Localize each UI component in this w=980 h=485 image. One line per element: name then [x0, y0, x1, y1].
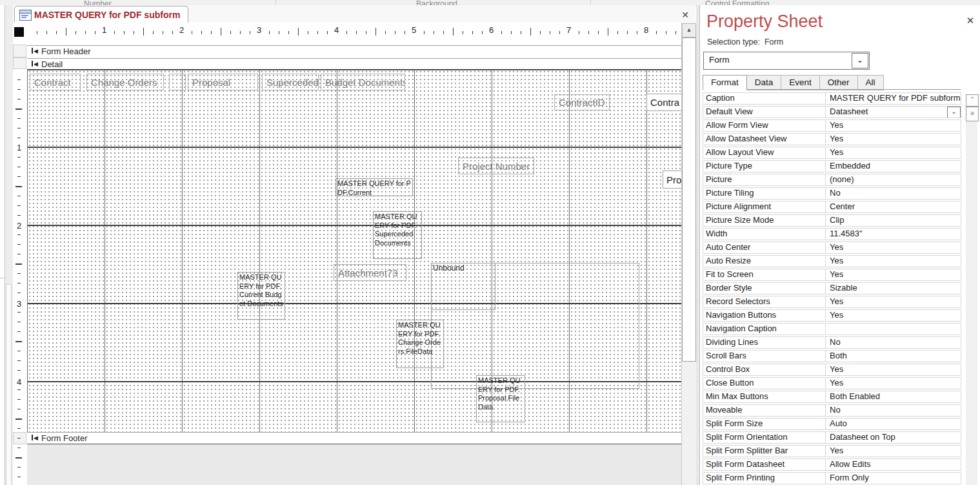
property-row-fit-to-screen[interactable]: Fit to ScreenYes	[703, 269, 961, 281]
property-value[interactable]: Yes	[826, 446, 961, 457]
property-value[interactable]: (none)	[826, 174, 961, 185]
textbox-master-query-current[interactable]: MASTER QUERY for PDF.Current	[335, 178, 413, 196]
textbox-master-query-change-orders-filedata[interactable]: MASTER QUERY for PDF.Change Orders.FileD…	[396, 320, 444, 368]
property-row-moveable[interactable]: MoveableNo	[703, 404, 961, 417]
form-selector-button[interactable]	[14, 27, 24, 37]
property-value[interactable]: 11.4583"	[826, 229, 961, 240]
tab-format[interactable]: Format	[703, 75, 747, 90]
property-value[interactable]: MASTER QUERY for PDF subform	[826, 93, 961, 104]
property-row-min-max-buttons[interactable]: Min Max ButtonsBoth Enabled	[703, 391, 961, 403]
property-value[interactable]: No	[826, 337, 961, 348]
ruler-tick	[15, 418, 22, 420]
property-value[interactable]: Yes	[826, 364, 961, 375]
scroll-up-button[interactable]: ⌃	[966, 94, 979, 107]
property-value[interactable]: Yes	[826, 378, 961, 389]
chevron-down-icon[interactable]: ⌄	[852, 53, 868, 68]
scroll-up-button[interactable]: ▲	[682, 23, 696, 37]
property-value[interactable]: Yes	[826, 120, 961, 131]
tab-data[interactable]: Data	[747, 75, 782, 90]
textbox-master-query-superceded-documents[interactable]: MASTER QUERY for PDF.Superceded Document…	[373, 211, 422, 259]
property-row-picture-size-mode[interactable]: Picture Size ModeClip	[703, 214, 961, 227]
ruler-tick	[501, 31, 502, 34]
property-value[interactable]: No	[826, 188, 961, 199]
scrollbar-thumb[interactable]: ≡	[966, 107, 979, 121]
property-value[interactable]: Yes	[826, 134, 961, 145]
property-row-allow-layout-view[interactable]: Allow Layout ViewYes	[703, 147, 961, 159]
property-row-border-style[interactable]: Border StyleSizable	[703, 282, 961, 294]
property-value[interactable]: Clip	[826, 215, 961, 226]
property-sheet-close-button[interactable]: ✕	[964, 14, 977, 27]
property-row-split-form-splitter-bar[interactable]: Split Form Splitter BarYes	[703, 445, 961, 457]
property-row-caption[interactable]: CaptionMASTER QUERY for PDF subform	[703, 92, 961, 105]
property-value[interactable]: Datasheet⌄	[826, 107, 961, 118]
property-row-split-form-printing[interactable]: Split Form PrintingForm Only	[703, 472, 961, 484]
property-value[interactable]: Form Only	[826, 473, 961, 484]
property-row-default-view[interactable]: Default ViewDatasheet⌄	[703, 106, 961, 118]
property-row-picture-type[interactable]: Picture TypeEmbedded	[703, 160, 961, 172]
ruler-tick	[472, 31, 473, 34]
property-row-control-box[interactable]: Control BoxYes	[703, 364, 961, 376]
property-row-picture-alignment[interactable]: Picture AlignmentCenter	[703, 201, 961, 213]
property-row-auto-resize[interactable]: Auto ResizeYes	[703, 255, 961, 267]
label-budget-documents[interactable]: Budget Documents	[321, 74, 405, 90]
label-empty-box[interactable]	[169, 74, 186, 90]
tab-event[interactable]: Event	[781, 75, 820, 90]
property-value[interactable]: Sizable	[826, 283, 961, 294]
property-value-text: Yes	[830, 296, 843, 306]
tab-all[interactable]: All	[858, 75, 884, 90]
property-row-auto-center[interactable]: Auto CenterYes	[703, 242, 961, 254]
textbox-unbound[interactable]: Unbound	[431, 263, 495, 310]
section-bar-form-header[interactable]: ◀ Form Header	[27, 45, 681, 58]
property-row-navigation-buttons[interactable]: Navigation ButtonsYes	[703, 309, 961, 322]
property-row-picture-tiling[interactable]: Picture TilingNo	[703, 187, 961, 200]
section-bar-detail[interactable]: ◀ Detail	[27, 58, 681, 70]
label-change-orders[interactable]: Change Orders	[86, 74, 164, 90]
textbox-contract-id-clipped[interactable]: Contra	[646, 94, 686, 111]
property-value[interactable]: Yes	[826, 256, 961, 267]
label-proposal[interactable]: Proposal	[188, 74, 258, 90]
property-row-width[interactable]: Width11.4583"	[703, 228, 961, 240]
property-value[interactable]: Yes	[826, 296, 961, 307]
property-value[interactable]: Yes	[826, 242, 961, 253]
textbox-master-query-proposal-filedata[interactable]: MASTER QUERY for PDF.Proposal.FileData	[476, 375, 525, 422]
property-row-split-form-size[interactable]: Split Form SizeAuto	[703, 418, 961, 430]
scrollbar-thumb[interactable]	[682, 37, 696, 362]
property-value[interactable]: No	[826, 405, 961, 416]
property-value[interactable]: Yes	[826, 269, 961, 280]
property-value[interactable]: Center	[826, 201, 961, 212]
property-sheet-scrollbar[interactable]	[966, 94, 977, 485]
label-contract-id[interactable]: ContractID	[554, 94, 610, 110]
property-row-scroll-bars[interactable]: Scroll BarsBoth	[703, 350, 961, 362]
textbox-master-query-current-budget-documents[interactable]: MASTER QUERY for PDF.Current Budget Docu…	[237, 272, 285, 320]
property-value[interactable]: Datasheet on Top	[826, 432, 961, 443]
property-row-allow-datasheet-view[interactable]: Allow Datasheet ViewYes	[703, 133, 961, 145]
label-project-number[interactable]: Project Number	[458, 158, 534, 174]
property-value[interactable]: Embedded	[826, 161, 961, 172]
chevron-down-icon[interactable]: ⌄	[947, 107, 961, 118]
property-row-dividing-lines[interactable]: Dividing LinesNo	[703, 336, 961, 349]
tab-other[interactable]: Other	[820, 75, 858, 90]
selection-combo[interactable]: Form ⌄	[703, 52, 870, 70]
property-value[interactable]: Yes	[826, 147, 961, 158]
property-value[interactable]: Both	[826, 351, 961, 362]
property-row-navigation-caption[interactable]: Navigation Caption	[703, 323, 961, 335]
property-row-record-selectors[interactable]: Record SelectorsYes	[703, 296, 961, 308]
document-close-button[interactable]: ✕	[679, 8, 692, 21]
property-row-close-button[interactable]: Close ButtonYes	[703, 377, 961, 389]
ruler-tick	[15, 108, 22, 110]
property-row-split-form-orientation[interactable]: Split Form OrientationDatasheet on Top	[703, 431, 961, 444]
property-row-picture[interactable]: Picture(none)	[703, 174, 961, 186]
property-value[interactable]: Yes	[826, 310, 961, 321]
property-value[interactable]: Allow Edits	[826, 459, 961, 470]
property-value[interactable]: Auto	[826, 418, 961, 429]
label-attachment73[interactable]: Attachment73	[334, 264, 406, 281]
label-superceded[interactable]: Superceded	[262, 74, 319, 90]
property-row-allow-form-view[interactable]: Allow Form ViewYes	[703, 119, 961, 132]
label-contract[interactable]: Contract	[30, 74, 81, 90]
property-row-split-form-datasheet[interactable]: Split Form DatasheetAllow Edits	[703, 459, 961, 471]
section-bar-form-footer[interactable]: ◀ Form Footer	[27, 432, 681, 445]
document-tab[interactable]: MASTER QUERY for PDF subform	[14, 6, 188, 23]
ruler-tick	[17, 215, 21, 216]
property-value[interactable]: Both Enabled	[826, 391, 961, 402]
property-value[interactable]	[826, 324, 961, 335]
